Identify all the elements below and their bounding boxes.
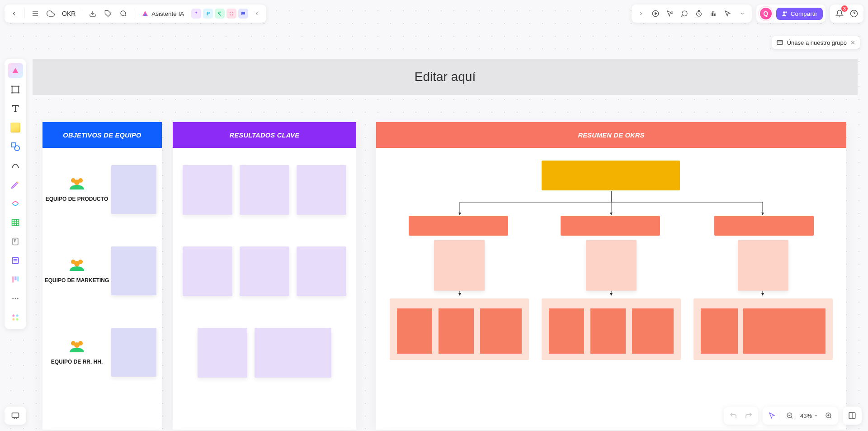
org-mat[interactable] bbox=[542, 298, 681, 360]
kr-card[interactable] bbox=[297, 246, 346, 296]
ai-chip-branch[interactable] bbox=[215, 9, 225, 19]
org-item[interactable] bbox=[743, 308, 826, 354]
kr-card[interactable] bbox=[183, 165, 232, 215]
minimap-button[interactable] bbox=[845, 409, 859, 422]
collapse-ai-button[interactable] bbox=[250, 7, 264, 20]
org-branch-box[interactable] bbox=[409, 216, 508, 236]
shape-tool[interactable] bbox=[7, 138, 24, 155]
board-title-strip[interactable]: Editar aquí bbox=[33, 59, 858, 95]
kr-card[interactable] bbox=[183, 246, 232, 296]
separator bbox=[24, 9, 25, 19]
cursor-fx-button[interactable] bbox=[663, 7, 677, 20]
org-branch-box[interactable] bbox=[561, 216, 660, 236]
join-group-chip[interactable]: Únase a nuestro grupo ✕ bbox=[772, 36, 860, 49]
comment-button[interactable] bbox=[678, 7, 691, 20]
kr-card[interactable] bbox=[198, 328, 247, 378]
doc-tool[interactable]: T bbox=[7, 233, 24, 250]
zoom-in-button[interactable] bbox=[822, 409, 835, 422]
board[interactable]: Editar aquí OBJETIVOS DE EQUIPO EQUIPO D… bbox=[33, 59, 858, 421]
follow-button[interactable] bbox=[721, 7, 735, 20]
org-mat[interactable] bbox=[390, 298, 529, 360]
apps-button[interactable] bbox=[7, 309, 24, 326]
cursor-mode-button[interactable] bbox=[765, 409, 779, 422]
zoom-out-button[interactable] bbox=[783, 409, 797, 422]
team-info: EQUIPO DE PRODUCTO bbox=[42, 177, 111, 202]
org-chart bbox=[376, 161, 846, 430]
ai-assistant-button[interactable]: Asistente IA bbox=[138, 8, 188, 19]
more-top-button[interactable] bbox=[736, 7, 749, 20]
org-note[interactable] bbox=[434, 240, 485, 291]
help-button[interactable] bbox=[847, 7, 861, 20]
kr-card[interactable] bbox=[255, 328, 331, 378]
org-item[interactable] bbox=[632, 308, 674, 354]
timer-button[interactable] bbox=[692, 7, 706, 20]
redo-button[interactable] bbox=[742, 409, 755, 422]
play-icon bbox=[652, 10, 659, 17]
pen-tool[interactable] bbox=[7, 176, 24, 193]
branch-icon bbox=[217, 11, 222, 16]
feedback-button[interactable] bbox=[5, 407, 26, 425]
export-button[interactable] bbox=[86, 7, 99, 20]
sticky-note-tool[interactable] bbox=[7, 119, 24, 136]
text-icon bbox=[11, 104, 20, 113]
table-tool[interactable] bbox=[7, 214, 24, 231]
org-item[interactable] bbox=[397, 308, 432, 354]
ai-chip-sparkle[interactable] bbox=[191, 9, 201, 19]
templates-button[interactable] bbox=[7, 62, 24, 79]
share-button[interactable]: Compartir bbox=[776, 8, 823, 20]
more-tools-button[interactable] bbox=[7, 290, 24, 307]
ai-logo-icon bbox=[142, 10, 149, 17]
org-top-box[interactable] bbox=[542, 161, 680, 190]
kanban-tool[interactable] bbox=[7, 271, 24, 288]
objective-card[interactable] bbox=[111, 165, 156, 214]
expand-button[interactable] bbox=[634, 7, 648, 20]
org-branch-box[interactable] bbox=[714, 216, 814, 236]
org-note[interactable] bbox=[738, 240, 788, 291]
team-label: EQUIPO DE RR. HH. bbox=[51, 359, 103, 365]
ai-chip-p[interactable]: P bbox=[203, 9, 213, 19]
separator bbox=[134, 9, 134, 19]
mindmap-tool[interactable] bbox=[7, 195, 24, 212]
card-icon bbox=[776, 39, 783, 46]
frame-tool[interactable] bbox=[7, 81, 24, 98]
panel-objectives[interactable]: OBJETIVOS DE EQUIPO EQUIPO DE PRODUCTO E… bbox=[42, 122, 162, 430]
org-item[interactable] bbox=[701, 308, 738, 354]
org-item[interactable] bbox=[480, 308, 522, 354]
download-icon bbox=[89, 10, 96, 17]
svg-line-62 bbox=[791, 417, 793, 418]
org-note[interactable] bbox=[586, 240, 637, 291]
org-item[interactable] bbox=[549, 308, 584, 354]
avatar[interactable]: Q bbox=[759, 7, 773, 20]
menu-button[interactable] bbox=[28, 7, 42, 20]
card-tool[interactable] bbox=[7, 252, 24, 269]
back-button[interactable] bbox=[7, 7, 21, 20]
org-mat[interactable] bbox=[693, 298, 833, 360]
undo-button[interactable] bbox=[726, 409, 740, 422]
notifications-button[interactable]: 3 bbox=[833, 7, 846, 20]
panel-key-results[interactable]: RESULTADOS CLAVE bbox=[173, 122, 356, 430]
people-icon bbox=[782, 10, 788, 17]
objective-card[interactable] bbox=[111, 246, 156, 295]
close-icon[interactable]: ✕ bbox=[850, 39, 855, 46]
ai-chip-nodes[interactable] bbox=[226, 9, 236, 19]
ai-chip-chat[interactable] bbox=[238, 9, 248, 19]
kr-card[interactable] bbox=[240, 165, 289, 215]
search-button[interactable] bbox=[117, 7, 130, 20]
objective-card[interactable] bbox=[111, 328, 156, 377]
sync-button[interactable] bbox=[44, 7, 57, 20]
people-icon bbox=[68, 340, 86, 353]
vote-button[interactable] bbox=[707, 7, 720, 20]
text-tool[interactable] bbox=[7, 100, 24, 117]
pen-icon bbox=[10, 180, 20, 189]
document-name[interactable]: OKR bbox=[59, 10, 78, 17]
play-button[interactable] bbox=[649, 7, 662, 20]
chevron-down-icon bbox=[814, 413, 818, 418]
kr-card[interactable] bbox=[240, 246, 289, 296]
panel-summary[interactable]: RESUMEN DE OKRS bbox=[376, 122, 846, 430]
zoom-value[interactable]: 43% bbox=[798, 412, 820, 419]
org-item[interactable] bbox=[439, 308, 474, 354]
connector-tool[interactable] bbox=[7, 157, 24, 174]
org-item[interactable] bbox=[590, 308, 626, 354]
tag-button[interactable] bbox=[101, 7, 115, 20]
kr-card[interactable] bbox=[297, 165, 346, 215]
